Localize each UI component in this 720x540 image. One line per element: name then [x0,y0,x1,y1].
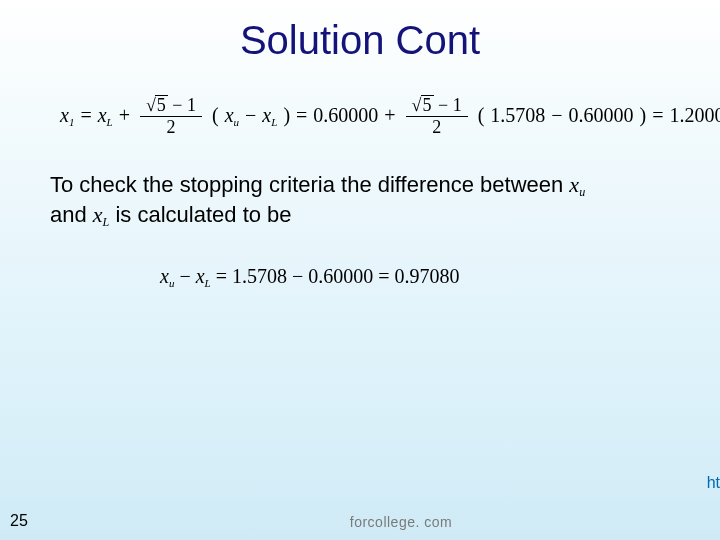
radicand-5-b: 5 [421,95,434,115]
var-xL: x [98,104,107,126]
sub-u: u [234,116,240,128]
body-paragraph: To check the stopping criteria the diffe… [50,171,670,231]
sub-L-2: L [271,116,277,128]
close-paren: ) [283,104,290,127]
var-xu: x [225,104,234,126]
plus-sign: + [119,104,130,127]
sub-1: 1 [69,116,75,128]
inline-xL: xL [93,202,110,227]
open-paren-2: ( [478,104,485,127]
var-xL-2: x [262,104,271,126]
eq2-sub-L: L [205,277,211,289]
fraction-1: 5 − 1 2 [140,95,202,137]
value-xL-2: 0.60000 [569,104,634,127]
footer-text: forcollege. com [350,514,452,530]
page-number: 25 [10,512,28,530]
eq2-minus-2: − [292,265,308,287]
eq2-sub-u: u [169,277,175,289]
sub-L: L [107,116,113,128]
page-title: Solution Cont [0,0,720,63]
denominator-2-b: 2 [432,117,441,137]
inline-xu: xu [569,172,585,197]
radical-icon-2: 5 [412,95,434,115]
var-x1: x [60,104,69,126]
equation-2: xu − xL = 1.5708 − 0.60000 = 0.97080 [160,265,720,289]
eq2-xu: x [160,265,169,287]
minus-one-b: − 1 [434,95,462,115]
close-paren-2: ) [640,104,647,127]
minus-one: − 1 [168,95,196,115]
eq2-minus: − [179,265,195,287]
minus-sign-2: − [551,104,562,127]
eq2-equals-2: = [378,265,394,287]
equals-sign-3: = [652,104,663,127]
eq2-v2: 0.60000 [308,265,373,287]
eq2-xL: x [196,265,205,287]
radical-icon: 5 [146,95,168,115]
denominator-2: 2 [166,117,175,137]
radicand-5: 5 [155,95,168,115]
body-text-2: and [50,202,93,227]
edge-link-fragment: ht [707,474,720,492]
fraction-2: 5 − 1 2 [406,95,468,137]
minus-sign: − [245,104,256,127]
eq2-equals: = [216,265,232,287]
equals-sign: = [80,104,91,127]
plus-sign-2: + [384,104,395,127]
eq2-v1: 1.5708 [232,265,287,287]
equals-sign-2: = [296,104,307,127]
body-text-3: is calculated to be [115,202,291,227]
eq2-result: 0.97080 [395,265,460,287]
open-paren: ( [212,104,219,127]
value-xL: 0.60000 [313,104,378,127]
equation-1: x1 = xL + 5 − 1 2 ( xu − xL ) = 0.60000 … [60,95,720,137]
body-text-1: To check the stopping criteria the diffe… [50,172,569,197]
value-xu: 1.5708 [490,104,545,127]
result-x1: 1.2000 [670,104,720,127]
